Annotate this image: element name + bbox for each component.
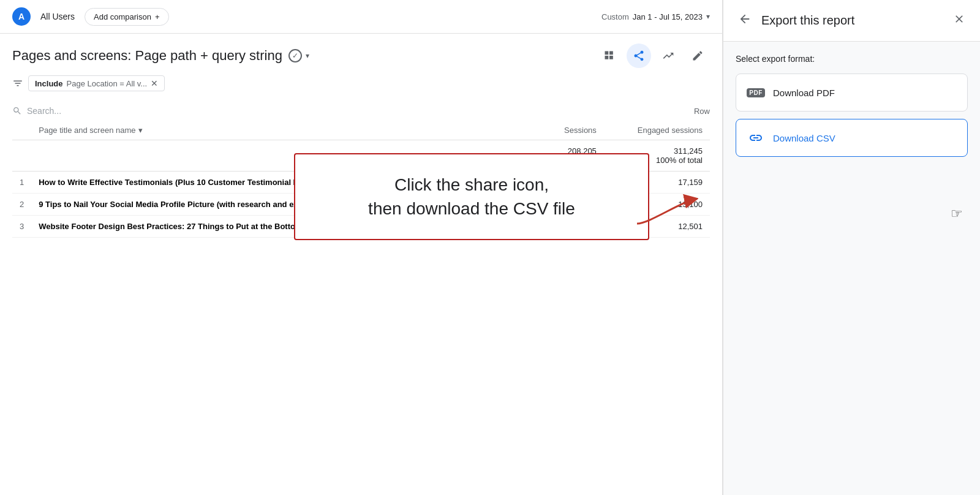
col-num-header [12,121,31,140]
date-range-picker[interactable]: Custom Jan 1 - Jul 15, 2023 ▾ [601,12,710,21]
filter-chip[interactable]: Include Page Location = All v... ✕ [28,75,165,91]
table-icon [603,50,616,62]
search-input-wrap [12,106,149,116]
avatar: A [12,7,31,26]
right-panel-header-left: Export this report [736,10,854,31]
panel-title: Export this report [761,13,854,28]
export-format-label: Select export format: [736,54,968,64]
share-icon [633,50,645,62]
top-bar: A All Users Add comparison + Custom Jan … [0,0,722,34]
back-button[interactable] [736,10,754,31]
top-bar-right: Custom Jan 1 - Jul 15, 2023 ▾ [601,12,710,21]
add-comparison-button[interactable]: Add comparison + [85,8,169,26]
table-view-button[interactable] [597,43,622,68]
all-users-button[interactable]: All Users [38,10,77,23]
cursor-hand-indicator: ☞ [951,206,963,222]
trending-icon [662,50,674,62]
toolbar-icons [597,43,710,68]
chevron-down-icon: ▾ [706,12,710,21]
filter-icon [12,78,23,89]
annotation-text: Click the share icon, then download the … [320,173,624,221]
link-icon [748,130,763,145]
report-title: Pages and screens: Page path + query str… [12,48,282,64]
add-comparison-label: Add comparison [94,12,151,21]
trend-view-button[interactable] [656,43,680,68]
col-page-title-header[interactable]: Page title and screen name ▾ [31,121,468,140]
sort-icon: ▾ [138,126,143,135]
filter-remove-button[interactable]: ✕ [151,78,158,88]
edit-button[interactable] [685,43,710,68]
left-panel: A All Users Add comparison + Custom Jan … [0,0,723,495]
download-pdf-option[interactable]: PDF Download PDF [736,74,968,111]
top-bar-left: A All Users Add comparison + [12,7,169,26]
csv-label: Download CSV [773,133,835,143]
close-icon [953,13,965,25]
title-chevron-icon[interactable]: ▾ [306,51,309,60]
csv-icon [747,129,764,146]
custom-label: Custom [601,12,629,21]
right-panel-body: Select export format: PDF Download PDF D… [723,42,980,169]
back-arrow-icon [738,12,752,26]
close-panel-button[interactable] [951,10,968,31]
right-panel-header: Export this report [723,0,980,42]
col-sessions-header: Sessions [522,121,604,140]
download-csv-option[interactable]: Download CSV [736,119,968,157]
right-panel: Export this report Select export format:… [723,0,980,495]
filter-chip-text: Page Location = All v... [67,79,148,88]
share-button[interactable] [627,43,651,68]
report-title-area: Pages and screens: Page path + query str… [12,48,309,64]
report-header: Pages and screens: Page path + query str… [0,34,722,73]
row-number: 3 [12,216,31,238]
plus-icon: + [155,12,160,21]
row-number: 1 [12,172,31,194]
edit-icon [692,50,704,62]
col-channel-header [469,121,523,140]
filter-bar: Include Page Location = All v... ✕ [0,73,722,99]
search-icon [12,106,22,116]
row-number: 2 [12,194,31,216]
annotation-box: Click the share icon, then download the … [294,153,649,240]
search-input[interactable] [27,106,149,116]
checkmark-icon: ✓ [288,49,302,62]
filter-include-label: Include [35,79,63,88]
rows-label: Row [694,107,710,116]
pdf-label: Download PDF [773,88,835,98]
col-engaged-header: Engaged sessions [604,121,710,140]
date-text: Jan 1 - Jul 15, 2023 [633,12,703,21]
search-row: Row [12,99,710,121]
pdf-icon: PDF [747,84,764,101]
report-title-icons: ✓ ▾ [288,49,309,62]
